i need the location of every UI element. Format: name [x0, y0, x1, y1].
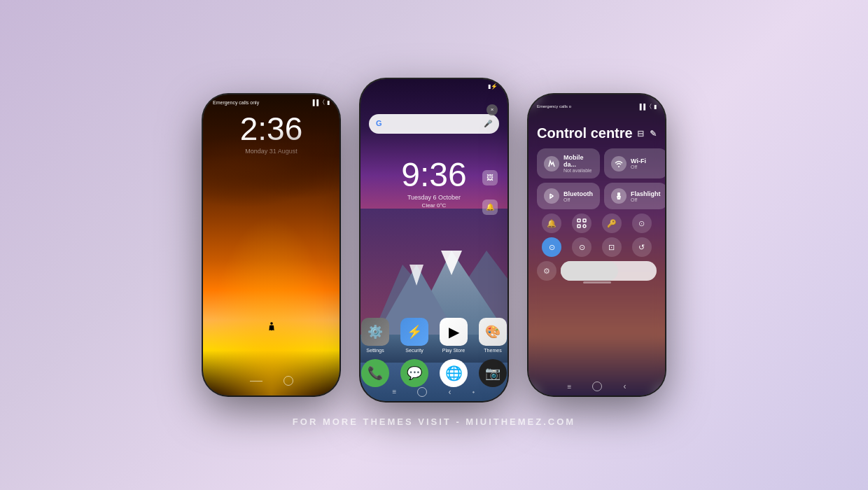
app-themes[interactable]: 🎨 Themes	[479, 318, 507, 353]
playstore-icon: ▶	[440, 318, 468, 346]
phones-container: Emergency calls only ▌▌ 〈 ▮ 2:36 Monday …	[182, 69, 686, 422]
svg-rect-13	[578, 225, 580, 227]
flashlight-text: Flashlight Off	[631, 190, 661, 202]
key-icon[interactable]: 🔑	[602, 214, 622, 233]
flashlight-icon	[611, 188, 626, 204]
app-settings[interactable]: ⚙️ Settings	[361, 318, 389, 353]
bluetooth-text: Bluetooth Off	[564, 190, 593, 202]
close-button[interactable]: ×	[486, 104, 498, 115]
color-btn-3[interactable]: ⊡	[602, 237, 622, 257]
control-content: Emergency calls o ▌▌ 〈 ▮ Control centre …	[528, 94, 665, 290]
home-time: 9:36	[360, 158, 507, 192]
home-circle-nav[interactable]	[417, 387, 427, 397]
security-icon: ⚡	[400, 318, 428, 346]
control-bg: Emergency calls o ▌▌ 〈 ▮ Control centre …	[528, 94, 665, 396]
home-status-icons: ▮⚡	[488, 83, 498, 90]
control-title-actions: ⊟ ✎	[637, 129, 657, 139]
control-emergency-label: Emergency calls o	[537, 104, 571, 108]
wifi-icon: 〈	[323, 99, 325, 106]
control-status-bar: Emergency calls o ▌▌ 〈 ▮	[537, 100, 657, 110]
toggle-wifi[interactable]: Wi-Fi Off	[604, 148, 665, 178]
app-security[interactable]: ⚡ Security	[400, 318, 428, 353]
menu-nav[interactable]: ≡	[393, 388, 397, 396]
control-nav: ≡ ‹	[528, 382, 665, 391]
svg-rect-9	[617, 192, 620, 196]
control-title-text: Control centre	[537, 125, 633, 141]
dock-messages[interactable]: 💬	[400, 359, 428, 387]
app-row-1: ⚙️ Settings ⚡ Security ▶ Play Store 🎨	[374, 318, 493, 353]
dock: 📞 💬 🌐 📷	[360, 359, 507, 387]
emergency-label: Emergency calls only	[213, 100, 259, 105]
brightness-fill	[561, 261, 618, 281]
app-playstore[interactable]: ▶ Play Store	[440, 318, 468, 353]
svg-point-8	[618, 166, 620, 167]
extra-nav: ⬥	[472, 388, 475, 395]
control-menu-nav[interactable]: ≡	[568, 383, 572, 391]
color-btn-2[interactable]: ⊙	[572, 237, 592, 257]
edit-icon[interactable]: ✎	[650, 129, 657, 139]
svg-point-14	[583, 225, 586, 227]
control-back-nav[interactable]: ‹	[623, 382, 626, 391]
brightness-slider[interactable]	[561, 261, 657, 281]
icon-row-1: 🔔 🔑 ⊙	[537, 214, 657, 233]
bluetooth-icon	[544, 188, 559, 204]
control-screen: Emergency calls o ▌▌ 〈 ▮ Control centre …	[528, 94, 665, 396]
close-icon: ×	[491, 106, 494, 113]
homescreen-bg: ▮⚡ × G 🎤 🖼 🔔 9	[360, 79, 507, 401]
control-home-nav[interactable]	[592, 382, 602, 391]
color-btn-4[interactable]: ↺	[632, 237, 652, 257]
homescreen-screen: ▮⚡ × G 🎤 🖼 🔔 9	[360, 79, 507, 401]
home-date: Tuesday 6 October	[360, 194, 507, 201]
lockscreen-bg: Emergency calls only ▌▌ 〈 ▮ 2:36 Monday …	[203, 94, 340, 396]
battery-icon: ▮	[327, 99, 330, 106]
settings-icon: ⚙️	[361, 318, 389, 346]
control-status-icons: ▌▌ 〈 ▮	[640, 103, 657, 110]
color-row: ⊙ ⊙ ⊡ ↺	[537, 237, 657, 257]
toggle-grid: Mobile da... Not available	[537, 148, 657, 209]
lock-nav	[203, 376, 340, 386]
lockscreen-status-bar: Emergency calls only ▌▌ 〈 ▮	[203, 94, 340, 106]
home-nav: ≡ ‹ ⬥	[360, 387, 507, 397]
dock-phone[interactable]: 📞	[361, 359, 389, 387]
themes-icon: 🎨	[479, 318, 507, 346]
home-battery-icon: ▮⚡	[488, 83, 498, 90]
app-grid: ⚙️ Settings ⚡ Security ▶ Play Store 🎨	[360, 318, 507, 356]
control-title: Control centre ⊟ ✎	[537, 125, 657, 141]
mobile-data-icon	[544, 156, 559, 172]
security-label: Security	[405, 348, 423, 353]
target-icon[interactable]: ⊙	[632, 214, 652, 233]
watermark: FOR MORE THEMES VISIT - MIUITHEMEZ.COM	[293, 416, 575, 427]
dock-chrome[interactable]: 🌐	[440, 359, 468, 387]
lockscreen-screen: Emergency calls only ▌▌ 〈 ▮ 2:36 Monday …	[203, 94, 340, 396]
search-bar[interactable]: G 🎤	[369, 114, 499, 134]
google-logo: G	[376, 119, 386, 129]
home-status-bar: ▮⚡	[360, 79, 507, 90]
bell-icon[interactable]: 🔔	[542, 214, 561, 233]
control-signal: ▌▌	[640, 104, 648, 110]
toggle-mobile-data[interactable]: Mobile da... Not available	[537, 148, 600, 178]
back-nav[interactable]: ‹	[448, 387, 451, 397]
color-btn-1[interactable]: ⊙	[542, 237, 561, 257]
phone-lockscreen: Emergency calls only ▌▌ 〈 ▮ 2:36 Monday …	[203, 94, 340, 396]
svg-rect-11	[578, 219, 580, 222]
clouds-effect	[203, 130, 340, 214]
wifi-toggle-icon	[611, 156, 626, 172]
menu-nav	[250, 381, 262, 382]
dock-camera[interactable]: 📷	[479, 359, 507, 387]
settings-brightness-row: ⚙	[537, 261, 657, 281]
playstore-label: Play Store	[442, 348, 465, 353]
svg-rect-12	[583, 219, 586, 222]
settings-label: Settings	[366, 348, 384, 353]
phone-homescreen: ▮⚡ × G 🎤 🖼 🔔 9	[360, 79, 507, 401]
mobile-data-text: Mobile da... Not available	[564, 154, 593, 173]
settings-btn[interactable]: ⚙	[537, 261, 556, 281]
home-weather: Clear 0°C	[360, 202, 507, 209]
themes-label: Themes	[484, 348, 501, 353]
signal-icon: ▌▌	[313, 99, 321, 106]
wifi-text: Wi-Fi Off	[631, 158, 646, 169]
scan-icon[interactable]	[572, 214, 592, 233]
layout-icon[interactable]: ⊟	[637, 129, 644, 139]
toggle-flashlight[interactable]: Flashlight Off	[604, 183, 665, 209]
phone-control-centre: Emergency calls o ▌▌ 〈 ▮ Control centre …	[528, 94, 665, 396]
toggle-bluetooth[interactable]: Bluetooth Off	[537, 183, 600, 209]
